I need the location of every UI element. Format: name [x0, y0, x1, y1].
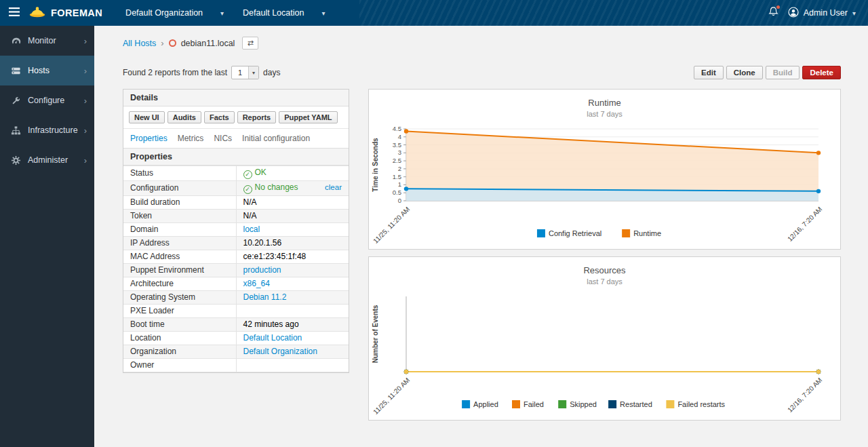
property-label: Configuration [123, 181, 236, 196]
legend-label: Failed restarts [677, 400, 725, 408]
property-label: Architecture [123, 277, 236, 291]
data-point [816, 151, 821, 155]
organization-link[interactable]: Default Organization [243, 347, 317, 356]
sidebar-item-label: Administer [28, 155, 68, 165]
reports-toolbar: Found 2 reports from the last 1 ▾ days E… [123, 66, 841, 79]
org-selector-label: Default Organization [125, 8, 203, 18]
property-label: Owner [123, 359, 236, 372]
days-select[interactable]: 1 ▾ [231, 66, 259, 79]
operating-system-link[interactable]: Debian 11.2 [243, 292, 287, 302]
legend-label: Skipped [570, 400, 597, 408]
charts-column: Runtime last 7 days 00.511.522.533.544.5… [368, 89, 841, 421]
legend-item[interactable]: Skipped [558, 400, 597, 408]
caret-down-icon: ▾ [248, 66, 258, 79]
breadcrumb-all-hosts-link[interactable]: All Hosts [123, 39, 156, 48]
architecture-link[interactable]: x86_64 [243, 279, 270, 288]
sidebar-item-configure[interactable]: Configure › [0, 85, 94, 115]
svg-text:4: 4 [398, 133, 401, 140]
user-name: Admin User [804, 8, 848, 18]
property-row-token: Token N/A [123, 210, 349, 223]
data-point [404, 129, 408, 133]
clone-button[interactable]: Clone [726, 66, 763, 79]
build-button[interactable]: Build [766, 66, 800, 79]
location-selector[interactable]: Default Location ▾ [233, 0, 334, 26]
ui-switcher-button[interactable]: ⇄ [242, 37, 258, 50]
user-menu[interactable]: Admin User ▾ [788, 7, 856, 20]
y-axis-label: Number of Events [372, 305, 379, 363]
legend-item[interactable]: Applied [462, 400, 498, 408]
tab-metrics[interactable]: Metrics [178, 134, 204, 143]
reports-button[interactable]: Reports [237, 111, 277, 123]
reports-summary: Found 2 reports from the last 1 ▾ days [123, 66, 280, 79]
property-label: Organization [123, 345, 236, 359]
edit-button[interactable]: Edit [694, 66, 724, 79]
sidebar-item-infrastructure[interactable]: Infrastructure › [0, 115, 94, 145]
svg-text:3: 3 [398, 149, 401, 156]
sidebar-item-label: Infrastructure [28, 125, 78, 135]
hamburger-icon [9, 7, 20, 18]
legend-item[interactable]: Config Retrieval [537, 229, 601, 237]
notification-badge [776, 5, 780, 9]
location-link[interactable]: Default Location [243, 333, 302, 343]
domain-link[interactable]: local [243, 225, 260, 234]
host-status-icon [169, 39, 176, 47]
facts-button[interactable]: Facts [204, 111, 235, 123]
legend-item[interactable]: Runtime [622, 229, 661, 237]
audits-button[interactable]: Audits [167, 111, 201, 123]
host-action-buttons: Edit Clone Build Delete [694, 66, 841, 79]
notifications-button[interactable] [768, 6, 778, 20]
legend-item[interactable]: Failed restarts [666, 400, 725, 408]
menu-toggle-button[interactable] [0, 0, 28, 26]
chevron-right-icon: › [84, 96, 94, 106]
legend-swatch [462, 400, 470, 408]
properties-table: Status ✓OK Configuration clear✓No change… [123, 166, 349, 372]
property-label: Puppet Environment [123, 264, 236, 277]
monitor-gauge-icon [9, 36, 22, 46]
brand-name: FOREMAN [51, 7, 102, 18]
status-ok-icon: ✓ [243, 185, 252, 194]
puppet-environment-link[interactable]: production [243, 265, 281, 275]
org-selector[interactable]: Default Organization ▾ [116, 0, 233, 26]
sidebar-item-monitor[interactable]: Monitor › [0, 26, 94, 56]
property-row-location: Location Default Location [123, 332, 349, 345]
details-buttons: New UI Audits Facts Reports Puppet YAML [123, 106, 349, 129]
puppet-yaml-button[interactable]: Puppet YAML [279, 111, 337, 123]
top-navbar: FOREMAN Default Organization ▾ Default L… [0, 0, 868, 26]
clear-link[interactable]: clear [325, 182, 342, 193]
legend-label: Restarted [620, 400, 652, 408]
caret-down-icon: ▾ [321, 9, 325, 17]
x-tick-label: 11/25, 11:20 AM [372, 376, 411, 416]
tab-nics[interactable]: NICs [214, 134, 232, 143]
delete-button[interactable]: Delete [802, 66, 841, 79]
caret-down-icon: ▾ [852, 9, 856, 17]
status-ok-icon: ✓ [243, 170, 252, 179]
foreman-logo-icon [28, 5, 46, 21]
sidebar-item-label: Monitor [28, 36, 56, 45]
data-point [816, 370, 821, 374]
chevron-right-icon: › [84, 36, 94, 46]
x-tick-label: 12/16, 7:20 AM [786, 376, 823, 414]
properties-section-header: Properties [123, 148, 349, 166]
tab-properties[interactable]: Properties [130, 134, 167, 143]
sidebar-item-administer[interactable]: Administer › [0, 145, 94, 175]
resources-chart: 11/25, 11:20 AM12/16, 7:20 AMNumber of E… [369, 287, 840, 416]
property-row-architecture: Architecture x86_64 [123, 277, 349, 291]
brand[interactable]: FOREMAN [28, 5, 102, 21]
legend-item[interactable]: Failed [512, 400, 544, 408]
svg-text:4.5: 4.5 [393, 125, 401, 132]
legend-swatch [512, 400, 520, 408]
property-row-status: Status ✓OK [123, 166, 349, 181]
legend-item[interactable]: Restarted [608, 400, 652, 408]
configure-wrench-icon [9, 96, 22, 106]
legend-swatch [558, 400, 566, 408]
infrastructure-sitemap-icon [9, 125, 22, 136]
new-ui-button[interactable]: New UI [129, 111, 165, 123]
breadcrumb-current-host: debian11.local [181, 39, 235, 48]
property-value: ce:e1:23:45:1f:48 [243, 252, 307, 261]
property-label: IP Address [123, 237, 236, 250]
sidebar-item-hosts[interactable]: Hosts › [0, 56, 94, 85]
tab-initial-configuration[interactable]: Initial configuration [242, 134, 310, 143]
resources-chart-subtitle: last 7 days [369, 277, 840, 286]
legend-label: Applied [473, 400, 498, 408]
chevron-right-icon: › [84, 125, 94, 136]
